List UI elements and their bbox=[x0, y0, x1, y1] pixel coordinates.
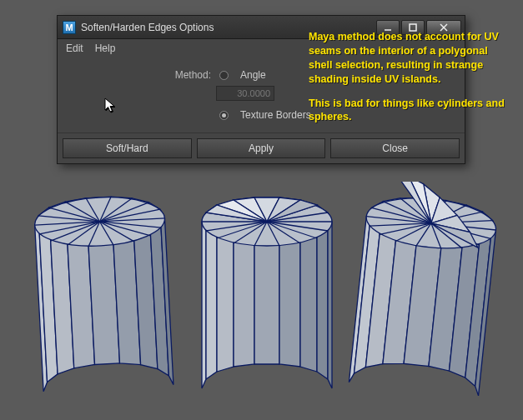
maya-app-icon: M bbox=[63, 21, 76, 34]
cylinder-3 bbox=[349, 182, 501, 396]
method-label: Method: bbox=[161, 69, 211, 81]
cylinder-2 bbox=[202, 198, 332, 388]
viewport bbox=[0, 182, 523, 420]
annotation-p1: Maya method does not account for UV seam… bbox=[309, 30, 509, 87]
close-button[interactable]: Close bbox=[330, 138, 460, 158]
apply-button[interactable]: Apply bbox=[197, 138, 326, 158]
button-row: Soft/Hard Apply Close bbox=[58, 132, 465, 163]
annotation-text: Maya method does not account for UV seam… bbox=[309, 30, 509, 134]
radio-angle-label: Angle bbox=[240, 69, 266, 81]
cylinder-1 bbox=[33, 194, 173, 392]
softhard-button[interactable]: Soft/Hard bbox=[63, 138, 192, 158]
menu-help[interactable]: Help bbox=[95, 42, 116, 54]
radio-texture-borders-label: Texture Borders bbox=[240, 109, 311, 121]
annotation-p2: This is bad for things like cylinders an… bbox=[309, 97, 509, 125]
angle-value-input[interactable] bbox=[216, 86, 274, 101]
menu-edit[interactable]: Edit bbox=[66, 42, 83, 54]
radio-texture-borders[interactable] bbox=[219, 111, 229, 120]
radio-angle[interactable] bbox=[219, 71, 229, 80]
